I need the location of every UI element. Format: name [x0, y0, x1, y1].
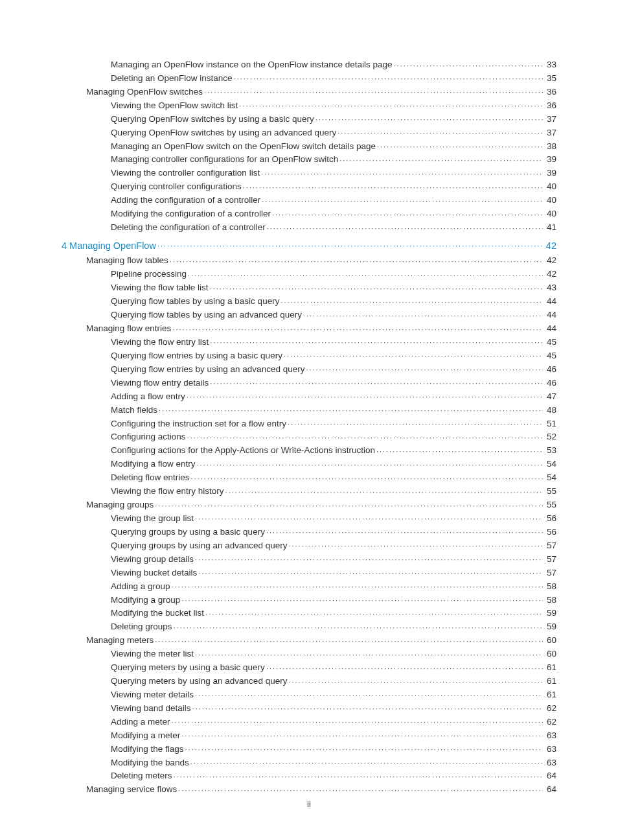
toc-entry[interactable]: Managing service flows64 — [86, 783, 556, 797]
toc-page-number: 60 — [544, 648, 556, 661]
toc-title: Modifying a meter — [111, 729, 180, 743]
toc-entry[interactable]: Querying OpenFlow switches by using a ba… — [111, 113, 556, 126]
toc-page-number: 42 — [544, 268, 556, 281]
toc-leader — [303, 309, 543, 318]
toc-page-number: 46 — [544, 363, 556, 377]
toc-leader — [172, 716, 543, 725]
toc-leader — [188, 268, 543, 277]
toc-title: Configuring actions — [111, 430, 186, 444]
toc-entry[interactable]: Viewing group details57 — [111, 553, 556, 566]
toc-entry[interactable]: Viewing the OpenFlow switch list36 — [111, 99, 556, 113]
toc-title: Deleting an OpenFlow instance — [111, 72, 233, 86]
toc-entry[interactable]: Deleting meters64 — [111, 769, 556, 783]
toc-title: Viewing the flow entry history — [111, 485, 224, 498]
toc-entry[interactable]: Adding a meter62 — [111, 716, 556, 729]
toc-entry[interactable]: Managing meters60 — [86, 634, 556, 648]
toc-entry[interactable]: Querying flow entries by using a basic q… — [111, 349, 556, 363]
toc-leader — [204, 86, 543, 95]
toc-leader — [198, 566, 543, 576]
toc-entry[interactable]: Viewing the meter list60 — [111, 648, 556, 661]
toc-entry[interactable]: Configuring actions for the Apply-Action… — [111, 444, 556, 458]
toc-entry[interactable]: Deleting an OpenFlow instance35 — [111, 72, 556, 86]
toc-entry[interactable]: Modifying the flags63 — [111, 743, 556, 756]
toc-title: Viewing the flow entry list — [111, 336, 209, 349]
toc-entry[interactable]: Modifying the bands63 — [111, 756, 556, 770]
toc-leader — [185, 743, 543, 752]
toc-page-number: 60 — [544, 634, 556, 648]
toc-entry[interactable]: Deleting groups59 — [111, 620, 556, 634]
toc-entry[interactable]: Viewing meter details61 — [111, 688, 556, 702]
toc-entry[interactable]: Managing OpenFlow switches36 — [86, 86, 556, 99]
toc-entry[interactable]: Managing an OpenFlow switch on the OpenF… — [111, 140, 556, 154]
toc-page-number: 39 — [544, 167, 556, 180]
toc-title: Deleting groups — [111, 620, 172, 634]
toc-entry[interactable]: Querying flow tables by using a basic qu… — [111, 295, 556, 309]
toc-entry[interactable]: Modifying a flow entry54 — [111, 458, 556, 471]
toc-entry[interactable]: Adding a flow entry47 — [111, 390, 556, 404]
toc-leader — [315, 113, 543, 122]
toc-page-number: 53 — [544, 444, 556, 458]
toc-leader — [339, 154, 543, 163]
toc-entry[interactable]: Managing controller configurations for a… — [111, 153, 556, 167]
toc-entry[interactable]: Managing an OpenFlow instance on the Ope… — [111, 58, 556, 72]
toc-entry[interactable]: Modifying the bucket list59 — [111, 607, 556, 620]
toc-entry[interactable]: Querying meters by using a basic query61 — [111, 661, 556, 675]
toc-leader — [288, 675, 543, 684]
toc-entry[interactable]: Modifying a meter63 — [111, 729, 556, 743]
toc-page-number: 43 — [544, 281, 556, 295]
toc-entry[interactable]: Match fields48 — [111, 404, 556, 417]
toc-title: Deleting the configuration of a controll… — [111, 221, 266, 235]
toc-entry[interactable]: Viewing the group list56 — [111, 512, 556, 526]
toc-title: Modifying the bands — [111, 756, 189, 770]
toc-leader — [170, 255, 543, 264]
toc-title: Managing controller configurations for a… — [111, 153, 338, 167]
toc-leader — [205, 607, 543, 616]
toc-entry[interactable]: Viewing the flow entry list45 — [111, 336, 556, 349]
toc-leader — [394, 59, 543, 68]
toc-title: Managing service flows — [86, 783, 177, 797]
toc-entry[interactable]: 4 Managing OpenFlow42 — [62, 239, 556, 253]
toc-entry[interactable]: Querying OpenFlow switches by using an a… — [111, 126, 556, 140]
toc-page-number: 41 — [544, 221, 556, 235]
toc-entry[interactable]: Querying flow entries by using an advanc… — [111, 363, 556, 377]
toc-title: Adding the configuration of a controller — [111, 194, 260, 207]
toc-title: Viewing the flow table list — [111, 281, 209, 295]
toc-page-number: 37 — [544, 126, 556, 140]
toc-entry[interactable]: Modifying the configuration of a control… — [111, 207, 556, 221]
toc-leader — [181, 594, 543, 603]
toc-entry[interactable]: Querying controller configurations40 — [111, 180, 556, 194]
toc-entry[interactable]: Viewing the flow table list43 — [111, 281, 556, 295]
toc-entry[interactable]: Pipeline processing42 — [111, 268, 556, 281]
toc-page-number: 55 — [544, 498, 556, 512]
toc-entry[interactable]: Managing groups55 — [86, 498, 556, 512]
toc-title: Querying meters by using a basic query — [111, 661, 265, 675]
toc-entry[interactable]: Querying groups by using a basic query56 — [111, 526, 556, 539]
toc-page-number: 57 — [544, 539, 556, 553]
toc-entry[interactable]: Configuring the instruction set for a fl… — [111, 417, 556, 431]
toc-entry[interactable]: Viewing bucket details57 — [111, 566, 556, 580]
toc-entry[interactable]: Configuring actions52 — [111, 430, 556, 444]
toc-entry[interactable]: Viewing flow entry details46 — [111, 377, 556, 390]
toc-entry[interactable]: Adding the configuration of a controller… — [111, 194, 556, 207]
toc-entry[interactable]: Deleting the configuration of a controll… — [111, 221, 556, 235]
toc-title: Querying flow entries by using a basic q… — [111, 349, 282, 363]
toc-title: Querying groups by using an advanced que… — [111, 539, 287, 553]
toc-leader — [190, 756, 543, 765]
toc-entry[interactable]: Viewing band details62 — [111, 702, 556, 716]
toc-leader — [172, 323, 543, 332]
toc-title: Modifying a flow entry — [111, 458, 196, 471]
toc-entry[interactable]: Querying groups by using an advanced que… — [111, 539, 556, 553]
toc-entry[interactable]: Viewing the flow entry history55 — [111, 485, 556, 498]
toc-entry[interactable]: Querying flow tables by using an advance… — [111, 309, 556, 322]
toc-leader — [181, 729, 543, 738]
toc-entry[interactable]: Managing flow entries44 — [86, 322, 556, 336]
toc-title: Querying meters by using an advanced que… — [111, 675, 287, 688]
toc-entry[interactable]: Modifying a group58 — [111, 594, 556, 607]
toc-entry[interactable]: Viewing the controller configuration lis… — [111, 167, 556, 180]
toc-title: Modifying the configuration of a control… — [111, 207, 271, 221]
toc-page-number: 44 — [544, 309, 556, 322]
toc-entry[interactable]: Adding a group58 — [111, 580, 556, 594]
toc-entry[interactable]: Managing flow tables42 — [86, 254, 556, 268]
toc-entry[interactable]: Deleting flow entries54 — [111, 471, 556, 485]
toc-entry[interactable]: Querying meters by using an advanced que… — [111, 675, 556, 688]
